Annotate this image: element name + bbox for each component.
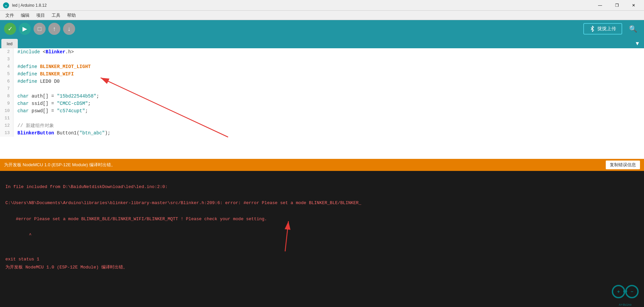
search-button[interactable]: 🔍 [626,23,640,34]
svg-text:+: + [617,289,620,295]
code-line-11: 11 [0,115,644,122]
app-icon: ∞ [3,2,9,9]
toolbar: ✓ ▶ □ ↑ ↓ 拢拢上传 🔍 [0,20,644,38]
console-line-4: ^ [5,231,639,239]
error-message: 为开发板 NodeMCU 1.0 (ESP-12E Module) 编译时出错。 [4,162,115,168]
tab-bar: led ▼ [0,38,644,48]
close-button[interactable]: ✕ [626,0,641,11]
title-bar: ∞ led | Arduino 1.8.12 — ❐ ✕ [0,0,644,11]
bluetooth-icon [589,26,595,32]
connect-upload-button[interactable]: 拢拢上传 [583,23,622,35]
code-line-10: 10 char pswd[] = "c574cupt"; [0,107,644,115]
error-bar: 为开发板 NodeMCU 1.0 (ESP-12E Module) 编译时出错。… [0,159,644,171]
console-line-empty-3 [5,207,639,215]
tab-led[interactable]: led [1,39,18,48]
console-line-1: In file included from D:\BaiduNetdiskDow… [5,183,639,191]
console-panel[interactable]: In file included from D:\BaiduNetdiskDow… [0,171,644,307]
code-line-13: 13 BlinkerButton Button1("btn_abc"); [0,129,644,137]
code-line-4: 4 #define BLINKER_MIOT_LIGHT [0,63,644,70]
window-controls: — ❐ ✕ [592,0,641,11]
code-line-5: 5 #define BLINKER_WIFI [0,70,644,78]
code-line-3: 3 [0,56,644,63]
console-line-empty-6 [5,247,639,255]
titlebar-left: ∞ led | Arduino 1.8.12 [3,2,47,9]
menu-tools[interactable]: 工具 [49,11,63,20]
svg-text:∞: ∞ [5,4,7,8]
open-button[interactable]: ↑ [48,23,60,35]
menu-project[interactable]: 项目 [34,11,48,20]
menu-help[interactable]: 帮助 [64,11,78,20]
console-line-6: 为开发板 NodeMCU 1.0 (ESP-12E Module) 编译时出错。 [5,263,639,271]
code-line-2: 2 #include <Blinker.h> [0,48,644,56]
console-line-empty-4 [5,223,639,231]
svg-text:∞: ∞ [623,288,627,295]
console-line-empty-1 [5,175,639,183]
console-line-empty-5 [5,239,639,247]
app-title: led | Arduino 1.8.12 [12,3,47,8]
menu-bar: 文件 编辑 项目 工具 帮助 [0,11,644,20]
code-line-7: 7 [0,85,644,93]
new-button[interactable]: □ [34,23,46,35]
menu-edit[interactable]: 编辑 [18,11,32,20]
menu-file[interactable]: 文件 [3,11,17,20]
save-button[interactable]: ↓ [63,23,75,35]
svg-text:−: − [631,289,633,295]
code-line-9: 9 char ssid[] = "CMCC-cDSM"; [0,100,644,107]
code-line-12: 12 // 新建组件对象 [0,122,644,129]
tab-dropdown-button[interactable]: ▼ [632,39,643,48]
console-line-2: C:\Users\NB\Documents\Arduino\libraries\… [5,199,639,207]
maximize-button[interactable]: ❐ [609,0,625,11]
code-line-6: 6 #define LED0 D0 [0,78,644,85]
upload-button[interactable]: ▶ [19,23,31,35]
console-line-5: exit status 1 [5,255,639,263]
verify-button[interactable]: ✓ [4,23,16,35]
arduino-logo: ∞ + − Arduino [612,282,639,302]
minimize-button[interactable]: — [592,0,608,11]
code-editor[interactable]: 2 #include <Blinker.h> 3 4 #define BLINK… [0,48,644,159]
code-content: 2 #include <Blinker.h> 3 4 #define BLINK… [0,48,644,137]
console-line-3: #error Please set a mode BLINKER_BLE/BLI… [5,215,639,223]
toolbar-left: ✓ ▶ □ ↑ ↓ [4,23,75,35]
copy-error-button[interactable]: 复制错误信息 [606,161,640,169]
code-line-8: 8 char auth[] = "15bd22544b58"; [0,93,644,100]
console-line-empty-2 [5,191,639,199]
